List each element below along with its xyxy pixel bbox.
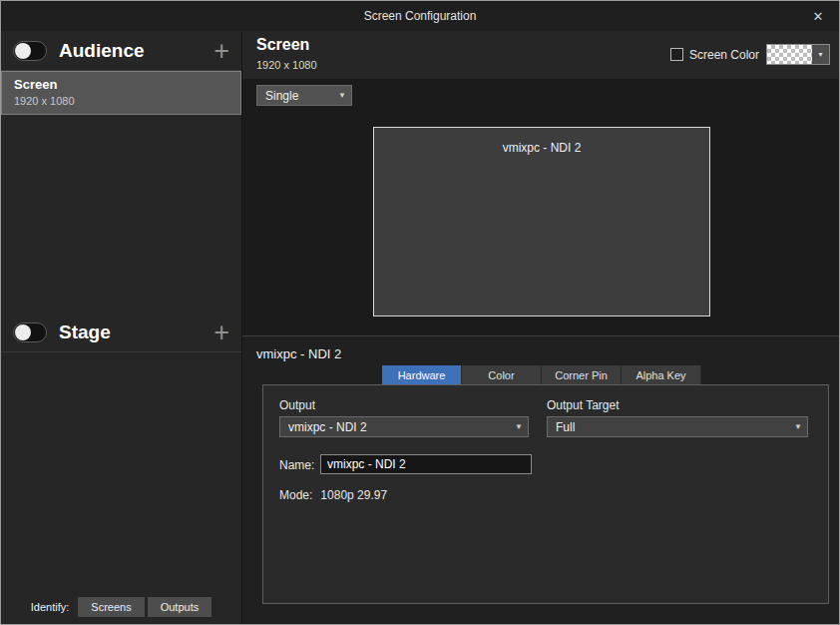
main-panel: Screen 1920 x 1080 Screen Color ▼ Single…: [242, 31, 839, 624]
output-dropdown-value: vmixpc - NDI 2: [280, 420, 510, 434]
output-dropdown[interactable]: vmixpc - NDI 2 ▼: [279, 416, 529, 437]
sidebar: Audience + Screen 1920 x 1080 Stage + Id…: [1, 31, 242, 624]
dropdown-arrow-icon: ▼: [510, 422, 528, 431]
mode-value: 1080p 29.97: [320, 488, 387, 502]
output-label: Output: [279, 398, 315, 412]
stage-section-header: Stage +: [1, 312, 241, 352]
add-stage-screen-button[interactable]: +: [213, 321, 229, 343]
main-header: Screen 1920 x 1080 Screen Color ▼: [242, 31, 839, 79]
tab-corner-pin[interactable]: Corner Pin: [542, 365, 622, 384]
identify-outputs-button[interactable]: Outputs: [148, 597, 212, 617]
screen-item-resolution: 1920 x 1080: [14, 95, 228, 107]
toggle-knob: [15, 43, 31, 59]
layout-dropdown[interactable]: Single ▼: [256, 85, 352, 106]
identify-row: Identify: Screens Outputs: [1, 597, 241, 617]
transparent-color-swatch: [767, 45, 812, 64]
identify-label: Identify:: [31, 601, 70, 613]
audience-section-header: Audience +: [1, 31, 241, 71]
tab-color[interactable]: Color: [462, 365, 542, 384]
audience-toggle[interactable]: [13, 41, 47, 61]
screen-preview-label: vmixpc - NDI 2: [503, 141, 582, 155]
output-target-label: Output Target: [547, 398, 620, 412]
mode-label: Mode:: [279, 488, 312, 502]
tab-hardware[interactable]: Hardware: [382, 365, 462, 384]
toggle-knob: [15, 324, 31, 340]
tab-bar: Hardware Color Corner Pin Alpha Key: [382, 365, 701, 384]
audience-label: Audience: [59, 40, 213, 62]
screen-preview[interactable]: vmixpc - NDI 2: [373, 127, 710, 316]
close-button[interactable]: ✕: [807, 1, 829, 31]
screen-color-checkbox[interactable]: [670, 48, 683, 61]
screen-item-name: Screen: [14, 77, 228, 92]
window-title: Screen Configuration: [364, 9, 477, 23]
close-icon: ✕: [813, 9, 824, 24]
screen-color-group: Screen Color ▼: [670, 44, 830, 65]
screen-list-item[interactable]: Screen 1920 x 1080: [1, 71, 241, 115]
screen-configuration-window: Screen Configuration ✕ Audience + Screen…: [0, 0, 840, 625]
output-target-dropdown-value: Full: [548, 420, 789, 434]
dropdown-arrow-icon: ▼: [812, 45, 829, 64]
detail-title: vmixpc - NDI 2: [256, 346, 341, 361]
title-bar: Screen Configuration ✕: [1, 1, 839, 31]
stage-toggle[interactable]: [13, 322, 47, 342]
page-title: Screen: [256, 36, 309, 54]
screen-color-dropdown[interactable]: ▼: [766, 44, 830, 65]
output-target-dropdown[interactable]: Full ▼: [547, 416, 808, 437]
add-audience-screen-button[interactable]: +: [213, 40, 229, 62]
name-input[interactable]: [320, 454, 532, 474]
hardware-settings-panel: Output vmixpc - NDI 2 ▼ Output Target Fu…: [262, 384, 829, 604]
stage-label: Stage: [59, 321, 213, 343]
dropdown-arrow-icon: ▼: [333, 91, 351, 100]
mode-row: Mode:1080p 29.97: [279, 488, 395, 502]
name-label: Name:: [279, 458, 314, 472]
screen-color-label: Screen Color: [689, 48, 759, 62]
detail-section: vmixpc - NDI 2 Hardware Color Corner Pin…: [242, 335, 839, 624]
layout-dropdown-value: Single: [257, 89, 333, 103]
identify-screens-button[interactable]: Screens: [78, 597, 144, 617]
page-resolution: 1920 x 1080: [256, 59, 317, 71]
tab-alpha-key[interactable]: Alpha Key: [622, 365, 701, 384]
dropdown-arrow-icon: ▼: [789, 422, 807, 431]
